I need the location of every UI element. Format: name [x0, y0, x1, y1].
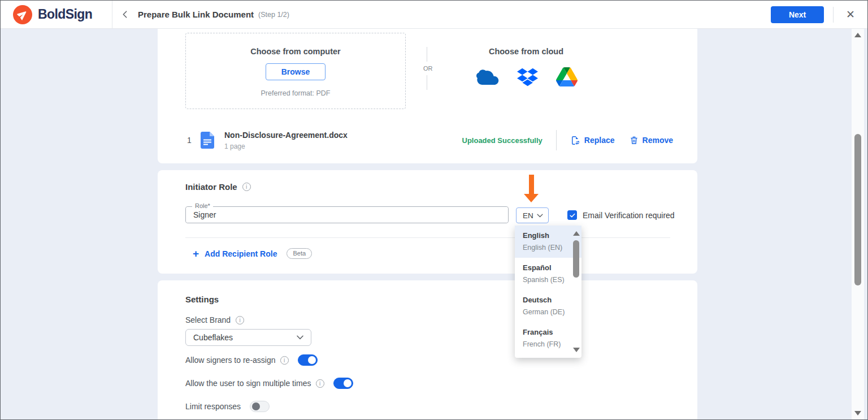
chevron-left-icon	[120, 10, 130, 19]
boldsign-logo-icon	[13, 5, 32, 24]
back-button[interactable]	[120, 10, 130, 19]
sign-multiple-toggle[interactable]	[333, 378, 353, 389]
cloud-upload-section: Choose from cloud	[441, 47, 611, 86]
initiator-role-card: Initiator Role i Role* EN Email Verifica…	[158, 170, 697, 274]
choose-cloud-label: Choose from cloud	[441, 47, 611, 56]
language-select-value: EN	[523, 211, 533, 220]
card-divider	[185, 237, 670, 238]
or-divider: OR	[423, 47, 430, 90]
reassign-toggle[interactable]	[298, 354, 318, 366]
role-input[interactable]	[186, 207, 508, 223]
file-page-count: 1 page	[224, 142, 348, 150]
beta-badge: Beta	[287, 248, 312, 259]
chevron-down-icon	[537, 214, 543, 218]
reassign-toggle-label: Allow signers to re-assign	[185, 356, 276, 365]
initiator-role-info-icon[interactable]: i	[242, 183, 251, 191]
limit-responses-toggle-label: Limit responses	[185, 402, 241, 411]
next-button[interactable]: Next	[771, 6, 824, 23]
upload-card: Choose from computer Browse Preferred fo…	[158, 29, 697, 163]
settings-title: Settings	[185, 295, 219, 304]
reassign-info-icon[interactable]: i	[280, 356, 289, 365]
replace-file-button[interactable]: Replace	[570, 135, 615, 146]
file-actions-divider	[556, 130, 557, 150]
scrollbar-up-icon[interactable]	[852, 33, 864, 37]
header-divider	[833, 7, 834, 23]
step-indicator: (Step 1/2)	[258, 11, 289, 19]
trash-icon	[630, 135, 639, 145]
scrollbar-down-icon[interactable]	[852, 411, 864, 415]
scroll-up-icon[interactable]	[573, 231, 580, 236]
checkmark-icon	[569, 212, 576, 219]
email-verification-label: Email Verification required	[583, 211, 675, 220]
uploaded-file-row: 1 Non-Disclosure-Agreement.docx 1 page U…	[158, 122, 697, 158]
file-name: Non-Disclosure-Agreement.docx	[224, 131, 348, 140]
file-index: 1	[187, 136, 196, 145]
boldsign-logo[interactable]: BoldSign	[1, 1, 112, 28]
onedrive-icon[interactable]	[475, 69, 499, 85]
scroll-down-icon[interactable]	[573, 348, 580, 352]
chevron-down-icon	[297, 335, 303, 340]
dropdown-scrollbar[interactable]	[572, 230, 580, 353]
dropbox-icon[interactable]	[517, 68, 538, 86]
language-option-french[interactable]: Français French (FR)	[515, 322, 581, 354]
top-header: BoldSign Prepare Bulk Link Document (Ste…	[1, 1, 867, 29]
dropdown-scrollbar-thumb[interactable]	[573, 240, 579, 278]
choose-computer-label: Choose from computer	[250, 47, 341, 56]
language-option-english[interactable]: English English (EN)	[515, 226, 581, 258]
page-scrollbar[interactable]	[852, 29, 864, 419]
role-field-label: Role*	[192, 202, 213, 209]
role-field: Role*	[185, 206, 509, 223]
language-select[interactable]: EN	[516, 207, 549, 223]
upload-status-badge: Uploaded Successfully	[462, 136, 542, 145]
language-option-spanish[interactable]: Español Spanish (ES)	[515, 258, 581, 290]
settings-card: Settings Select Brand i Cubeflakes Allow…	[158, 280, 697, 420]
preferred-format-hint: Preferred format: PDF	[261, 89, 331, 97]
boldsign-logo-text: BoldSign	[38, 7, 92, 22]
sign-multiple-toggle-label: Allow the user to sign multiple times	[185, 379, 311, 388]
select-brand-info-icon[interactable]: i	[236, 316, 244, 324]
language-option-german[interactable]: Deutsch German (DE)	[515, 290, 581, 322]
file-dropzone[interactable]: Choose from computer Browse Preferred fo…	[185, 33, 406, 109]
brand-select[interactable]: Cubeflakes	[185, 329, 311, 346]
browse-button[interactable]: Browse	[266, 63, 326, 80]
language-dropdown-panel: English English (EN) Español Spanish (ES…	[515, 226, 581, 358]
email-verification-checkbox[interactable]	[567, 210, 577, 220]
close-icon[interactable]: ✕	[843, 8, 858, 21]
select-brand-label: Select Brand	[185, 315, 231, 324]
page-title: Prepare Bulk Link Document	[138, 10, 254, 19]
initiator-role-title: Initiator Role	[185, 182, 237, 192]
brand-select-value: Cubeflakes	[193, 333, 233, 342]
or-label: OR	[423, 65, 430, 72]
plus-icon: +	[193, 248, 199, 259]
replace-icon	[570, 135, 580, 146]
page-scrollbar-thumb[interactable]	[854, 134, 861, 285]
sign-multiple-info-icon[interactable]: i	[316, 379, 324, 388]
add-recipient-role-button[interactable]: + Add Recipient Role Beta	[193, 248, 312, 259]
google-drive-icon[interactable]	[556, 67, 578, 86]
remove-file-button[interactable]: Remove	[630, 135, 673, 145]
limit-responses-toggle[interactable]	[250, 401, 270, 412]
app-window: BoldSign Prepare Bulk Link Document (Ste…	[0, 0, 868, 420]
document-icon	[201, 132, 214, 149]
